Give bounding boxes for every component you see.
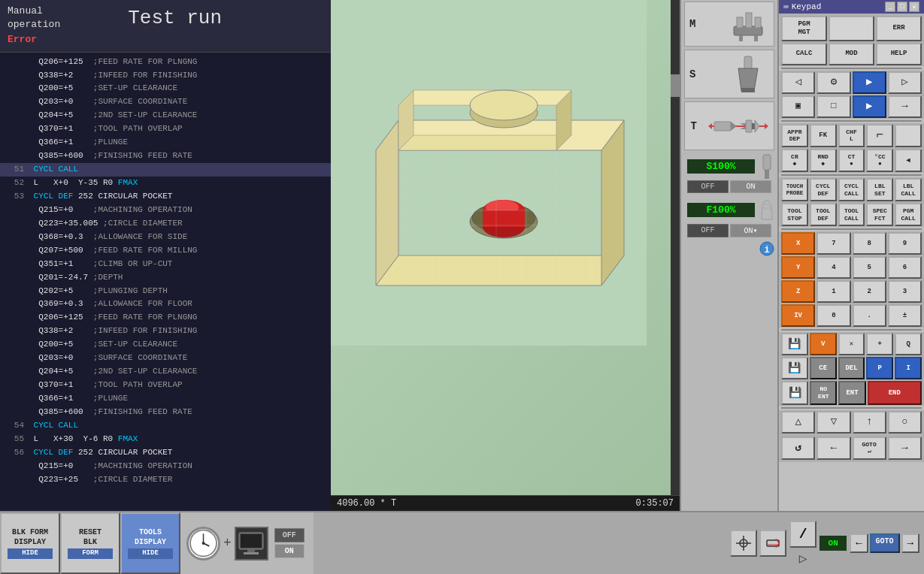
q-btn[interactable]: Q <box>895 333 922 355</box>
save1-btn[interactable]: 💾 <box>781 333 808 355</box>
nav-right-btn[interactable]: → <box>901 533 919 553</box>
func-btn-1[interactable]: ◁ <box>781 71 815 94</box>
z-axis-btn[interactable]: Z <box>781 280 815 303</box>
func-btn-5[interactable]: ▣ <box>781 95 815 118</box>
line-content: L X+0 Y-35 R0 FMAX <box>29 177 138 189</box>
cc-btn[interactable]: °CC● <box>866 149 893 172</box>
lbl-set-btn[interactable]: LBLSET <box>866 178 893 201</box>
touch-probe-btn[interactable]: TOUCHPROBE <box>781 178 808 201</box>
help-btn[interactable]: HELP <box>876 43 922 65</box>
tool-def-btn[interactable]: TOOLDEF <box>810 203 837 226</box>
viewport-3d <box>331 0 671 495</box>
keypad-maximize-btn[interactable]: □ <box>897 2 907 12</box>
triangle-up-btn[interactable]: △ <box>781 411 815 434</box>
num4-btn[interactable]: 4 <box>816 256 850 279</box>
nav-left-btn[interactable]: ← <box>850 533 868 553</box>
circle-btn[interactable]: ○ <box>888 411 922 434</box>
bottom-off-btn[interactable]: OFF <box>274 528 304 542</box>
l-btn[interactable]: ⌐ <box>866 124 893 147</box>
blk-form-sub[interactable]: HIDE <box>8 548 53 559</box>
func-btn-7[interactable]: ▶ <box>853 95 886 118</box>
slash-btn[interactable]: / <box>789 521 816 548</box>
keypad-close-btn[interactable]: ✕ <box>909 2 919 12</box>
goto-bottom-btn[interactable]: GOTO <box>870 533 900 553</box>
rotate-btn[interactable]: ↺ <box>781 437 815 460</box>
cycl-def-btn[interactable]: CYCLDEF <box>810 178 837 201</box>
err-btn[interactable]: ERR <box>876 16 922 41</box>
num6-btn[interactable]: 6 <box>888 256 922 279</box>
appr-dep-btn[interactable]: APPRDEP <box>781 124 808 147</box>
feed-off-btn[interactable]: OFF <box>687 224 729 237</box>
code-area[interactable]: Q206=+125 ;FEED RATE FOR PLNGNG Q338=+2 … <box>0 53 331 511</box>
iv-axis-btn[interactable]: IV <box>781 304 815 327</box>
num0-btn[interactable]: 0 <box>816 304 850 327</box>
arrow-btn-right[interactable]: ▷ <box>799 550 807 566</box>
func-btn-4[interactable]: ▷ <box>888 71 922 94</box>
ce-btn[interactable]: CE <box>810 357 837 379</box>
reset-sub[interactable]: FORM <box>68 548 113 559</box>
vertical-scrollbar[interactable] <box>671 0 680 495</box>
tools-sub[interactable]: HIDE <box>128 548 173 559</box>
viewport-status-left: 4096.00 * T <box>337 498 396 509</box>
no-ent-btn[interactable]: NOENT <box>810 381 837 404</box>
goto-btn-kp[interactable]: GOTO↵ <box>853 437 886 460</box>
num9-btn[interactable]: 9 <box>888 232 922 255</box>
func-btn-6[interactable]: □ <box>816 95 850 118</box>
target-btn[interactable] <box>759 530 786 557</box>
tools-display-btn[interactable]: TOOLS DISPLAY HIDE <box>120 512 180 574</box>
crosshair-btn[interactable] <box>730 530 757 557</box>
feed-on-btn[interactable]: ON▾ <box>730 224 771 237</box>
blk-form-display-btn[interactable]: BLK FORM DISPLAY HIDE <box>0 512 60 574</box>
keypad-minimize-btn[interactable]: _ <box>885 2 895 12</box>
spec-fct-btn[interactable]: SPECFCT <box>866 203 893 226</box>
ct-btn[interactable]: CT● <box>838 149 865 172</box>
decimal-btn[interactable]: . <box>853 304 886 327</box>
num3-btn[interactable]: 3 <box>888 280 922 303</box>
lbl-call-btn[interactable]: LBLCALL <box>895 178 922 201</box>
num7-btn[interactable]: 7 <box>816 232 850 255</box>
arrow-left-btn[interactable]: ← <box>816 437 850 460</box>
arrow-right-btn[interactable]: → <box>888 437 922 460</box>
back-btn[interactable]: ◂ <box>895 149 922 172</box>
i-btn[interactable]: I <box>895 357 922 379</box>
cr-btn[interactable]: CR◆ <box>781 149 808 172</box>
mod-btn[interactable]: MOD <box>829 43 874 65</box>
rnd-btn[interactable]: RND◆ <box>810 149 837 172</box>
speed-off-btn[interactable]: OFF <box>687 180 729 193</box>
code-line: Q338=+2 ;INFEED FOR FINISHING <box>0 69 331 83</box>
fk-btn[interactable]: FK <box>810 124 837 147</box>
pgm-call-btn[interactable]: PGMCALL <box>895 203 922 226</box>
end-btn[interactable]: END <box>868 381 922 404</box>
cycl-call-btn[interactable]: CYCLCALL <box>838 178 865 201</box>
num8-btn[interactable]: 8 <box>853 232 886 255</box>
bottom-on-btn[interactable]: ON <box>274 544 304 558</box>
tool-stop-btn[interactable]: TOOLSTOP <box>781 203 808 226</box>
p-btn[interactable]: P <box>866 357 893 379</box>
speed-on-btn[interactable]: ON <box>730 180 771 193</box>
multiply-btn[interactable]: ✕ <box>838 333 865 355</box>
v-btn[interactable]: V <box>810 333 837 355</box>
pgm-mgt-btn[interactable]: PGMMGT <box>781 16 827 41</box>
triangle-down-btn[interactable]: ▽ <box>816 411 850 434</box>
y-axis-btn[interactable]: Y <box>781 256 815 279</box>
save3-btn[interactable]: 💾 <box>781 381 808 404</box>
func-btn-2[interactable]: ⚙ <box>816 71 850 94</box>
num2-btn[interactable]: 2 <box>853 280 886 303</box>
calc-btn[interactable]: CALC <box>781 43 827 65</box>
plusminus-btn[interactable]: ± <box>888 304 922 327</box>
del-btn[interactable]: DEL <box>838 357 865 379</box>
num5-btn[interactable]: 5 <box>853 256 886 279</box>
func-btn-3[interactable]: ▶ <box>853 71 886 94</box>
code-line: Q369=+0.3 ;ALLOWANCE FOR FLOOR <box>0 298 331 311</box>
scroll-thumb[interactable] <box>671 74 680 97</box>
x-axis-btn[interactable]: X <box>781 232 815 255</box>
chf-btn[interactable]: CHFL <box>838 124 865 147</box>
save2-btn[interactable]: 💾 <box>781 357 808 379</box>
num1-btn[interactable]: 1 <box>816 280 850 303</box>
plus-btn[interactable]: + <box>866 333 893 355</box>
func-btn-8[interactable]: → <box>888 95 922 118</box>
tool-call-btn[interactable]: TOOLCALL <box>838 203 865 226</box>
ent-btn[interactable]: ENT <box>838 381 865 404</box>
reset-blk-form-btn[interactable]: RESET BLK FORM <box>60 512 120 574</box>
arrow-up-btn[interactable]: ↑ <box>853 411 886 434</box>
